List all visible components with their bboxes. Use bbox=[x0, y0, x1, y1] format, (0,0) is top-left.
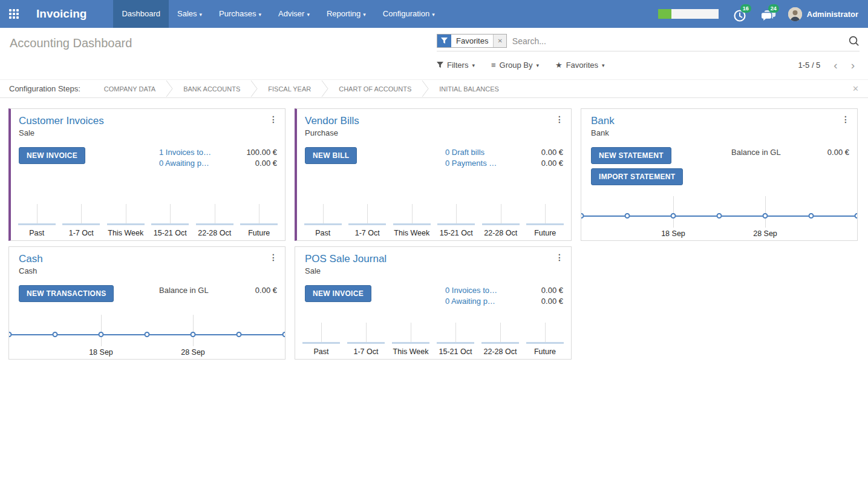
control-panel: Accounting Dashboard Favorites ✕ Fi bbox=[0, 28, 868, 79]
journal-line-chart: 18 Sep 28 Sep bbox=[581, 192, 857, 240]
chart-slot: 15-21 Oct bbox=[434, 200, 479, 240]
filters-button[interactable]: Filters ▾ bbox=[437, 61, 475, 70]
kebab-menu-icon[interactable]: ⋮ bbox=[269, 114, 278, 124]
step-company-data[interactable]: COMPANY DATA bbox=[94, 85, 166, 93]
zero-bar bbox=[482, 223, 520, 225]
new-bill-button[interactable]: NEW BILL bbox=[305, 147, 357, 164]
pager-previous-icon[interactable]: ‹ bbox=[834, 59, 837, 71]
zero-bar bbox=[393, 223, 431, 225]
awaiting-payments-link[interactable]: 0 Awaiting p… bbox=[445, 296, 507, 307]
draft-bills-link[interactable]: 0 Draft bills bbox=[445, 147, 507, 158]
tick-line bbox=[411, 323, 411, 343]
card-title[interactable]: Cash bbox=[19, 253, 43, 265]
app-brand[interactable]: Invoicing bbox=[28, 0, 113, 28]
tick-line bbox=[366, 323, 367, 343]
tick-line bbox=[321, 323, 322, 343]
tick-line bbox=[323, 204, 324, 224]
new-transactions-button[interactable]: NEW TRANSACTIONS bbox=[19, 285, 114, 302]
menu-adviser[interactable]: Adviser▾ bbox=[270, 0, 318, 28]
x-axis-label: 1-7 Oct bbox=[344, 347, 388, 356]
zero-bar bbox=[304, 223, 342, 225]
search-bar: Favorites ✕ bbox=[437, 34, 860, 51]
close-icon[interactable]: ✕ bbox=[852, 84, 859, 93]
zero-bar bbox=[392, 342, 429, 344]
chart-slot: 22-28 Oct bbox=[478, 200, 523, 240]
gridline bbox=[101, 315, 102, 346]
step-chart-of-accounts[interactable]: CHART OF ACCOUNTS bbox=[328, 85, 422, 93]
amount-value: 0.00 € bbox=[507, 147, 563, 158]
data-point bbox=[581, 213, 584, 219]
x-axis-label: This Week bbox=[388, 347, 433, 356]
step-initial-balances[interactable]: INITIAL BALANCES bbox=[429, 85, 509, 93]
breadcrumb: Accounting Dashboard bbox=[0, 28, 437, 79]
menu-reporting[interactable]: Reporting▾ bbox=[318, 0, 374, 28]
data-point bbox=[145, 332, 150, 337]
x-axis-label: 28 Sep bbox=[753, 229, 777, 238]
zero-bar bbox=[18, 223, 56, 225]
import-statement-button[interactable]: IMPORT STATEMENT bbox=[591, 168, 683, 185]
group-by-button[interactable]: ≡ Group By ▾ bbox=[491, 61, 539, 70]
user-name[interactable]: Administrator bbox=[807, 10, 858, 19]
menu-sales[interactable]: Sales▾ bbox=[169, 0, 210, 28]
x-axis-label: Future bbox=[523, 347, 567, 356]
x-axis-label: 22-28 Oct bbox=[192, 229, 237, 237]
pager-next-icon[interactable]: › bbox=[851, 59, 855, 71]
menu-label: Reporting bbox=[327, 9, 361, 18]
zero-bar bbox=[196, 223, 233, 225]
chart-slot: 22-28 Oct bbox=[192, 200, 237, 240]
top-navbar: Invoicing Dashboard Sales▾ Purchases▾ Ad… bbox=[0, 0, 868, 28]
journal-bar-chart: Past 1-7 Oct This Week 15-21 Oct 22-28 O… bbox=[301, 200, 567, 240]
kebab-menu-icon[interactable]: ⋮ bbox=[269, 252, 278, 262]
new-statement-button[interactable]: NEW STATEMENT bbox=[591, 147, 671, 164]
chart-slot: 1-7 Oct bbox=[344, 319, 388, 359]
kebab-menu-icon[interactable]: ⋮ bbox=[555, 252, 564, 262]
messages-icon[interactable]: 24 bbox=[760, 6, 777, 22]
invoices-to-validate-link[interactable]: 0 Invoices to… bbox=[445, 285, 507, 296]
pager-value[interactable]: 1-5 / 5 bbox=[798, 61, 820, 70]
x-axis-label: 18 Sep bbox=[89, 348, 113, 357]
new-invoice-button[interactable]: NEW INVOICE bbox=[19, 147, 85, 164]
amount-value: 100.00 € bbox=[221, 147, 277, 158]
card-title[interactable]: POS Sale Journal bbox=[305, 253, 387, 265]
kebab-menu-icon[interactable]: ⋮ bbox=[555, 114, 564, 124]
menu-label: Configuration bbox=[383, 9, 429, 18]
chevron-down-icon: ▾ bbox=[472, 62, 475, 68]
payments-link[interactable]: 0 Payments … bbox=[445, 158, 507, 169]
facet-remove-icon[interactable]: ✕ bbox=[493, 35, 506, 47]
activity-clock-icon[interactable]: 16 bbox=[733, 6, 749, 22]
tick-line bbox=[367, 204, 368, 224]
card-title[interactable]: Customer Invoices bbox=[19, 115, 104, 127]
apps-menu-button[interactable] bbox=[0, 0, 28, 28]
avatar[interactable] bbox=[788, 7, 802, 21]
zero-bar bbox=[62, 223, 100, 225]
data-point bbox=[236, 332, 241, 337]
menu-label: Dashboard bbox=[122, 9, 160, 18]
tick-line bbox=[412, 204, 413, 224]
step-bank-accounts[interactable]: BANK ACCOUNTS bbox=[173, 85, 250, 93]
kebab-menu-icon[interactable]: ⋮ bbox=[841, 114, 850, 124]
awaiting-payments-link[interactable]: 0 Awaiting p… bbox=[159, 158, 221, 169]
search-input[interactable] bbox=[507, 35, 848, 48]
tick-line bbox=[545, 204, 546, 224]
search-icon[interactable] bbox=[848, 35, 860, 47]
balance-label: Balance in GL bbox=[159, 285, 221, 296]
menu-purchases[interactable]: Purchases▾ bbox=[210, 0, 270, 28]
zero-bar bbox=[302, 342, 340, 344]
new-invoice-button[interactable]: NEW INVOICE bbox=[305, 285, 371, 302]
messages-count-badge: 24 bbox=[768, 4, 779, 13]
card-title[interactable]: Bank bbox=[591, 115, 615, 127]
x-axis-label: 22-28 Oct bbox=[478, 229, 523, 237]
journal-bar-chart: Past 1-7 Oct This Week 15-21 Oct 22-28 O… bbox=[15, 200, 281, 240]
chart-slot: Future bbox=[523, 200, 568, 240]
subscription-progress-bar bbox=[658, 9, 719, 19]
card-title[interactable]: Vendor Bills bbox=[305, 115, 359, 127]
step-fiscal-year[interactable]: FISCAL YEAR bbox=[258, 85, 321, 93]
menu-dashboard[interactable]: Dashboard bbox=[113, 0, 169, 28]
zero-bar bbox=[481, 342, 519, 344]
favorites-button[interactable]: ★ Favorites ▾ bbox=[555, 61, 605, 70]
filters-label: Filters bbox=[447, 61, 468, 70]
invoices-to-validate-link[interactable]: 1 Invoices to… bbox=[159, 147, 221, 158]
step-separator bbox=[250, 81, 258, 97]
menu-configuration[interactable]: Configuration▾ bbox=[374, 0, 443, 28]
search-facet-favorites: Favorites ✕ bbox=[437, 34, 507, 48]
